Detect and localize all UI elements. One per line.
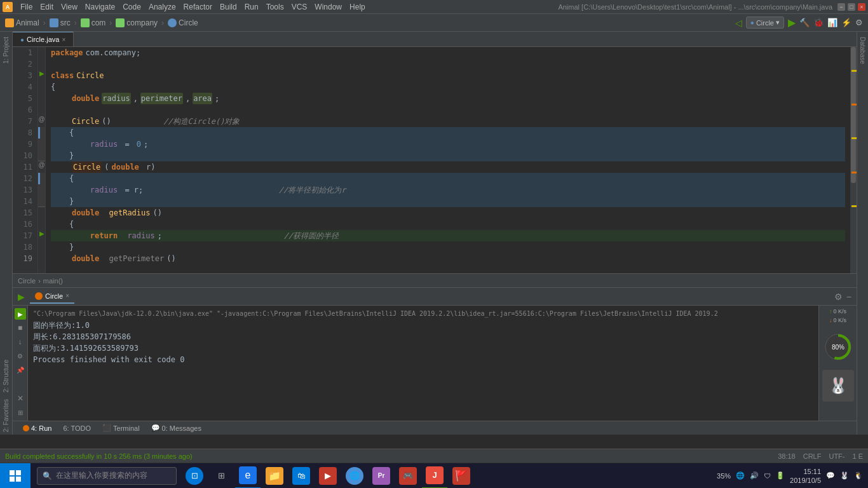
menu-refactor[interactable]: Refactor	[180, 1, 216, 13]
run-tab-circle-icon	[35, 292, 43, 300]
run-tab-close-button[interactable]: ×	[65, 292, 69, 299]
svg-rect-4	[16, 470, 21, 475]
run-config-dropdown[interactable]: ● Circle ▾	[746, 17, 784, 29]
start-button[interactable]	[0, 463, 31, 489]
run-close-button[interactable]: ✕	[15, 393, 26, 404]
taskbar-app-explorer[interactable]: 📁	[262, 463, 287, 489]
run-pin-button[interactable]: 📌	[15, 364, 26, 376]
taskbar-app-media[interactable]: ▶	[315, 463, 341, 489]
run-detach-button[interactable]: ⊞	[15, 407, 26, 418]
encoding-label[interactable]: UTF-	[829, 452, 844, 460]
run-panel-controls: ⚙ −	[834, 292, 851, 302]
editor-breadcrumb: Circle › main()	[13, 273, 857, 287]
run-stop-button[interactable]: ■	[15, 322, 26, 334]
scroll-thumb[interactable]	[851, 47, 856, 183]
coverage-icon[interactable]: 📊	[827, 18, 837, 27]
tab-close-button[interactable]: ×	[62, 36, 65, 43]
taskbar-search-placeholder: 在这里输入你要搜索的内容	[56, 470, 147, 481]
code-line-14: }	[51, 196, 845, 207]
left-sidebar: 1: Project 2: Structure 2: Favorites	[0, 32, 13, 435]
run-tab-circle[interactable]: Circle ×	[30, 290, 74, 304]
clock-date: 2019/10/5	[790, 476, 821, 485]
minimize-button[interactable]: −	[837, 3, 845, 11]
indent-label[interactable]: 1 E	[852, 452, 863, 460]
settings-icon[interactable]: ⚙	[855, 18, 863, 27]
run-panel-run-icon[interactable]: ▶	[18, 292, 25, 302]
menu-file[interactable]: File	[17, 1, 36, 13]
code-line-18: }	[51, 241, 845, 253]
net-download: ↓ 0 K/s	[829, 317, 846, 323]
nav-project[interactable]: Animal	[5, 18, 39, 27]
run-panel-settings-icon[interactable]: ⚙	[834, 292, 843, 302]
menu-build[interactable]: Build	[216, 1, 241, 13]
tab-circle-java[interactable]: ● Circle.java ×	[13, 32, 74, 46]
favorites-panel-tab[interactable]: 2: Favorites	[3, 396, 10, 435]
notification-icon[interactable]: 💬	[826, 471, 835, 480]
nav-company-label: company	[126, 18, 158, 27]
close-button[interactable]: ×	[858, 3, 865, 11]
navigate-back-icon[interactable]: ◁	[735, 18, 742, 28]
main-area: 1: Project 2: Structure 2: Favorites ● C…	[0, 32, 868, 435]
menu-analyze[interactable]: Analyze	[145, 1, 180, 13]
taskbar-app-game[interactable]: 🎮	[395, 463, 421, 489]
taskbar-search[interactable]: 🔍 在这里输入你要搜索的内容	[37, 467, 177, 485]
bottom-tab-terminal-label: Terminal	[113, 424, 140, 432]
code-body[interactable]: package com.company; class Circle { doub…	[46, 47, 850, 273]
menu-view[interactable]: View	[57, 1, 81, 13]
tab-circle-java-label: Circle.java	[27, 36, 59, 43]
run-scroll-end-button[interactable]: ↓	[15, 336, 26, 348]
build-icon[interactable]: 🔨	[799, 18, 810, 27]
menu-help[interactable]: Help	[346, 1, 369, 13]
run-tab-circle-label: Circle	[45, 292, 63, 300]
taskbar-app-ie[interactable]: e	[235, 463, 261, 489]
run-output-perimeter: 周长:6.283185307179586	[33, 331, 813, 342]
database-panel-tab[interactable]: Database	[859, 34, 866, 67]
bottom-tab-run[interactable]: 4: Run	[18, 423, 57, 433]
scroll-track[interactable]	[850, 47, 857, 273]
profile-icon[interactable]: ⚡	[841, 18, 851, 27]
nav-com[interactable]: com	[81, 18, 106, 27]
run-panel-minimize-icon[interactable]: −	[846, 292, 851, 302]
taskbar-app-cortana[interactable]: ⊡	[182, 463, 207, 489]
taskbar-apps: ⊡ ⊞ e 📁 🛍 ▶ 🌐 Pr 🎮 J 🚩	[182, 463, 474, 489]
bottom-tab-messages[interactable]: 💬 0: Messages	[146, 423, 207, 433]
svg-rect-5	[10, 477, 15, 482]
bottom-tab-todo[interactable]: 6: TODO	[58, 423, 96, 433]
game-icon: 🎮	[399, 467, 417, 485]
maximize-button[interactable]: □	[848, 3, 855, 11]
taskbar-app-jetbrains[interactable]: J	[422, 463, 447, 489]
run-content: ▶ ■ ↓ ⚙ 📌 ✕ ⊞ "C:\Program Files\Java\jdk…	[13, 306, 857, 421]
flag-icon: 🚩	[452, 467, 470, 485]
menu-vcs[interactable]: VCS	[288, 1, 311, 13]
menu-run[interactable]: Run	[241, 1, 262, 13]
project-panel-tab[interactable]: 1: Project	[3, 34, 10, 66]
nav-company[interactable]: company	[116, 18, 158, 27]
taskbar-app-store[interactable]: 🛍	[288, 463, 314, 489]
code-content[interactable]: 1 2 3 4 5 6 7 8 9 10 11 12 13 14 15 16 1	[13, 47, 857, 273]
nav-circle[interactable]: Circle	[168, 18, 198, 27]
run-restart-button[interactable]: ▶	[15, 308, 26, 320]
debug-icon[interactable]: 🐞	[813, 18, 824, 27]
run-settings-button[interactable]: ⚙	[15, 350, 26, 362]
app-icon: A	[3, 2, 13, 12]
run-button[interactable]: ▶	[788, 17, 796, 29]
code-line-7: Circle() //构造Circle()对象	[51, 116, 845, 127]
menu-window[interactable]: Window	[311, 1, 346, 13]
menu-tools[interactable]: Tools	[262, 1, 288, 13]
structure-panel-tab[interactable]: 2: Structure	[3, 357, 10, 395]
nav-src[interactable]: src	[50, 18, 71, 27]
nav-circle-label: Circle	[179, 18, 198, 27]
menu-navigate[interactable]: Navigate	[81, 1, 119, 13]
taskbar-app-browser[interactable]: 🌐	[342, 463, 367, 489]
code-editor[interactable]: 1 2 3 4 5 6 7 8 9 10 11 12 13 14 15 16 1	[13, 47, 857, 287]
menu-code[interactable]: Code	[119, 1, 145, 13]
menu-edit[interactable]: Edit	[36, 1, 57, 13]
battery-icon: 🔋	[776, 471, 785, 480]
taskbar-app-flag[interactable]: 🚩	[449, 463, 474, 489]
taskbar-app-taskview[interactable]: ⊞	[208, 463, 234, 489]
cursor-position[interactable]: 38:18	[778, 452, 796, 460]
mascot-image: 🐰	[822, 370, 854, 402]
bottom-tab-terminal[interactable]: ⬛ Terminal	[97, 423, 145, 433]
line-separator[interactable]: CRLF	[803, 452, 822, 460]
taskbar-app-premiere[interactable]: Pr	[369, 463, 394, 489]
